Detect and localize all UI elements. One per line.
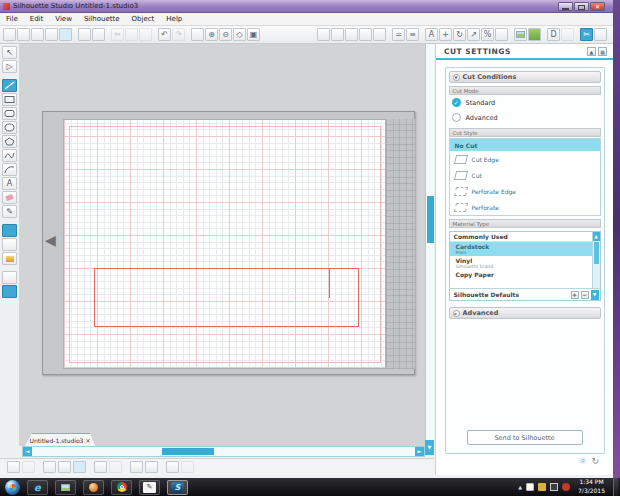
material-copy-paper-row[interactable]: Copy Paper [450,270,600,279]
material-scrollbar[interactable]: ▲ [592,232,600,288]
trace-area-icon[interactable] [345,28,358,41]
curve-tool-icon[interactable] [2,149,17,162]
pixscan-icon[interactable] [317,28,330,41]
standard-radio[interactable]: ✓ [452,98,461,107]
open-folder-icon[interactable] [17,28,30,41]
line-style-icon[interactable]: = [392,28,405,41]
style-cut-row[interactable]: Cut [450,167,600,183]
menu-view[interactable]: View [49,15,78,23]
undo-icon[interactable]: ↶ [158,28,171,41]
close-button[interactable]: ✕ [590,2,605,11]
trace-icon[interactable] [331,28,344,41]
store-window-icon[interactable] [561,28,574,41]
tray-hidden-icons-arrow[interactable]: ▲ [518,484,522,490]
panel-collapse-icon[interactable]: ▲ [587,47,596,56]
cutter-icon[interactable] [92,28,105,41]
design-page[interactable] [63,119,386,369]
material-scroll-down-icon[interactable]: ▼ [591,290,599,300]
material-scroll-thumb[interactable] [594,242,599,264]
weld-icon[interactable] [22,461,35,473]
copy-icon[interactable] [125,28,138,41]
advanced-radio[interactable] [452,113,461,122]
fill-color-tool-icon[interactable] [2,224,17,237]
eraser-tool-icon[interactable] [2,191,17,204]
redo-icon[interactable]: ↷ [172,28,185,41]
select-tool-icon[interactable]: ↖ [2,46,17,59]
cut-conditions-expand-icon[interactable]: ▼ [453,74,460,81]
minimize-button[interactable] [558,2,573,11]
scroll-left-icon[interactable]: ◄ [23,447,32,456]
send-to-silhouette-icon[interactable] [594,28,607,41]
registration-marks-icon[interactable] [359,28,372,41]
pan-hand-icon[interactable] [191,28,204,41]
style-perforate-edge-row[interactable]: Perforate Edge [450,183,600,199]
material-vinyl-row[interactable]: Vinyl Silhouette brand [450,256,600,270]
taskbar-photos-icon[interactable] [55,480,76,495]
polygon-tool-icon[interactable] [2,135,17,148]
shear-icon[interactable] [166,461,179,473]
save-to-library-icon[interactable] [59,28,72,41]
taskbar-silhouette-studio-icon[interactable]: S [167,480,188,495]
rotate-icon[interactable]: ↻ [453,28,466,41]
style-cut-edge-row[interactable]: Cut Edge [450,151,600,167]
page-tool-icon[interactable] [2,271,17,284]
paste-icon[interactable] [139,28,152,41]
material-group-header[interactable]: Commonly Used [450,232,592,242]
fit-to-page-icon[interactable]: ▣ [247,28,260,41]
menu-silhouette[interactable]: Silhouette [78,15,126,23]
save-as-icon[interactable] [45,28,58,41]
flip-vertical-icon[interactable] [145,461,158,473]
rounded-rectangle-tool-icon[interactable] [2,107,17,120]
menu-help[interactable]: Help [160,15,188,23]
drawn-rectangle-shape[interactable] [94,268,359,327]
cut-settings-icon[interactable]: ✂ [580,28,593,41]
arc-tool-icon[interactable] [2,163,17,176]
crop-marks-icon[interactable] [7,461,20,473]
show-desktop-button[interactable] [613,478,618,496]
horizontal-scrollbar-thumb[interactable] [162,448,214,455]
line-tool-icon[interactable] [2,79,17,92]
sync-icon[interactable]: ↻ [591,456,599,466]
delete-icon[interactable] [109,461,122,473]
style-no-cut-row[interactable]: No Cut [450,139,600,151]
advanced-expand-icon[interactable]: ► [453,310,460,317]
taskbar-connect-icon[interactable]: ✎ [139,480,160,495]
scale-percent-icon[interactable]: % [481,28,494,41]
send-to-silhouette-button[interactable]: Send to Silhouette [467,430,583,445]
cut-scissors-icon[interactable]: ✂ [111,28,124,41]
tab-close-icon[interactable]: ✕ [85,437,90,444]
trace-select-icon[interactable] [73,461,86,473]
text-style-icon[interactable]: A [425,28,438,41]
cut-conditions-bar[interactable]: ▼ Cut Conditions [449,71,601,83]
grid-tool-icon[interactable] [2,285,17,298]
material-defaults-row[interactable]: Silhouette Defaults + − ▼ [450,288,600,300]
zoom-in-icon[interactable]: ⊕ [205,28,218,41]
document-tab[interactable]: Untitled-1.studio3 ✕ [25,433,95,446]
design-canvas[interactable]: ◀ [20,44,434,446]
zoom-selection-icon[interactable]: ◇ [233,28,246,41]
taskbar-chrome-icon[interactable] [111,480,132,495]
horizontal-scrollbar[interactable]: ◄ ► [22,446,425,457]
options-gear-icon[interactable] [181,461,194,473]
rectangle-tool-icon[interactable] [2,93,17,106]
modify-icon[interactable] [495,28,508,41]
menu-edit[interactable]: Edit [24,15,50,23]
advanced-section-bar[interactable]: ► Advanced [449,307,601,319]
duplicate-icon[interactable] [58,461,71,473]
tray-folder-icon[interactable] [538,483,546,491]
tray-display-icon[interactable] [550,483,558,491]
taskbar-ie-icon[interactable]: e [27,480,48,495]
add-material-icon[interactable]: + [571,291,579,299]
preferences-gear-icon[interactable]: ☼ [578,456,586,466]
cut-mode-standard-option[interactable]: ✓ Standard [449,95,601,110]
transform-move-icon[interactable]: + [439,28,452,41]
knife-tool-icon[interactable]: ✎ [2,205,17,218]
text-tool-icon[interactable]: A [2,177,17,190]
panel-pin-icon[interactable]: ▦ [598,47,607,56]
cut-mode-advanced-option[interactable]: Advanced [449,110,601,125]
start-button[interactable] [5,480,20,495]
menu-object[interactable]: Object [126,15,161,23]
zoom-out-icon[interactable]: ⊖ [219,28,232,41]
edit-points-tool-icon[interactable]: ▷ [2,60,17,73]
replicate-icon[interactable] [94,461,107,473]
